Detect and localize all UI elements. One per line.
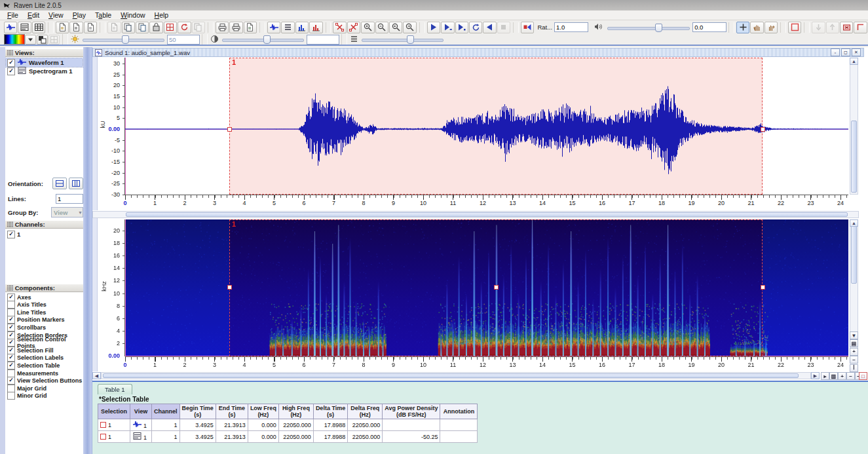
page-setup-button[interactable] [244, 22, 257, 33]
checkbox[interactable] [7, 392, 15, 400]
view-selection-button-strip[interactable] [92, 57, 98, 210]
channel-item-1[interactable]: ✓1 [6, 230, 83, 238]
checkbox[interactable] [7, 369, 15, 377]
print-preview-button[interactable] [229, 22, 242, 33]
views-panel-header[interactable]: ⣿⣿Views: [5, 48, 83, 57]
scroll-right-button[interactable]: ▶ [811, 372, 820, 379]
checkbox[interactable]: ✓ [7, 67, 15, 75]
contrast-slider[interactable] [222, 35, 304, 44]
column-header-channel[interactable]: Channel [152, 404, 180, 419]
checkbox[interactable]: ✓ [7, 354, 15, 362]
scrollbar-thumb[interactable] [126, 212, 848, 217]
rate-input[interactable] [554, 22, 588, 32]
pointer-tool-button[interactable] [736, 22, 749, 33]
menu-window[interactable]: Window [116, 10, 149, 20]
view-item-spectrogram-1[interactable]: ✓Spectrogram 1 [6, 67, 83, 75]
component-item-minor-grid[interactable]: Minor Grid [6, 392, 83, 400]
play-button[interactable] [427, 22, 440, 33]
next-selection-button[interactable] [826, 22, 839, 33]
menu-file[interactable]: File [3, 10, 23, 20]
group-by-select[interactable]: View▼ [51, 207, 83, 218]
vertical-colormap-button[interactable]: ▤ [850, 339, 858, 347]
column-header-annotation[interactable]: Annotation [440, 404, 478, 419]
checkbox[interactable] [7, 301, 15, 309]
brightness-input[interactable] [167, 35, 200, 45]
zoom-out-time-button[interactable] [375, 22, 388, 33]
selection-handle-right[interactable] [761, 285, 765, 290]
spectrogram-view-button[interactable] [295, 22, 309, 33]
column-header-delta-time[interactable]: Delta Time(s) [313, 404, 347, 419]
title-bar[interactable]: Raven Lite 2.0.5 [0, 0, 868, 10]
selection-handle-center[interactable] [494, 285, 499, 290]
scroll-down-button[interactable]: ▼ [850, 331, 858, 339]
component-item-axis-titles[interactable]: Axis Titles [6, 301, 83, 309]
grab-tool-button[interactable] [750, 22, 763, 33]
export-selection-button[interactable] [164, 22, 177, 33]
zoom-in-time-button[interactable] [361, 22, 374, 33]
close-window-button[interactable]: ✕ [852, 48, 861, 56]
open-sound-button[interactable] [56, 22, 69, 33]
loop-play-button[interactable] [469, 22, 482, 33]
contrast-input[interactable] [307, 35, 339, 45]
play-annotation-button[interactable] [521, 22, 534, 33]
pan-tool-button[interactable] [764, 22, 778, 33]
waveform-view-button[interactable] [267, 22, 280, 33]
table-row[interactable]: 1113.492521.39130.00022050.00017.8988220… [98, 419, 478, 431]
zoom-to-all-button[interactable] [347, 22, 360, 33]
tab-table-1[interactable]: Table 1 [98, 384, 132, 394]
play-selection-button[interactable] [455, 22, 468, 33]
component-item-selection-fill[interactable]: ✓Selection Fill [6, 347, 83, 354]
column-header-high-freq[interactable]: High Freq(Hz) [278, 404, 313, 419]
reset-colormap-button[interactable] [48, 35, 60, 45]
column-header-selection[interactable]: Selection [98, 404, 130, 419]
menu-table[interactable]: Table [90, 10, 116, 20]
component-item-view-selection-buttons[interactable]: ✓View Selection Buttons [6, 377, 83, 385]
orientation-columns-button[interactable] [69, 178, 83, 189]
component-item-line-titles[interactable]: Line Titles [6, 309, 83, 316]
clear-selection-button[interactable] [854, 22, 867, 33]
selection-handle-left[interactable] [227, 285, 232, 290]
column-header-low-freq[interactable]: Low Freq(Hz) [248, 404, 278, 419]
component-item-scrollbars[interactable]: ✓Scrollbars [6, 324, 83, 331]
zoom-to-selection-button[interactable] [333, 22, 346, 33]
checkbox[interactable]: ✓ [7, 362, 15, 369]
checkbox[interactable]: ✓ [7, 59, 15, 67]
menu-edit[interactable]: Edit [23, 10, 44, 20]
zoom-in-freq-button[interactable] [389, 22, 402, 33]
position-marker-vertical[interactable] [125, 219, 126, 356]
colormap-swatch[interactable] [4, 34, 25, 45]
print-button[interactable] [216, 22, 229, 33]
selection-corner-button[interactable]: □ [859, 372, 867, 380]
column-header-end-time[interactable]: End Time(s) [216, 404, 248, 419]
orientation-rows-button[interactable] [52, 178, 67, 189]
column-header-view[interactable]: View [130, 404, 152, 419]
previous-selection-button[interactable] [812, 22, 825, 33]
restore-window-button[interactable]: ◻ [841, 48, 850, 56]
volume-input[interactable] [692, 22, 726, 32]
table-row[interactable]: 1113.492521.39130.00022050.00017.8988220… [98, 431, 478, 443]
zoom-in-horizontal-button[interactable]: + [838, 372, 846, 380]
component-item-measurements[interactable]: Measurements [6, 369, 83, 377]
checkbox[interactable]: ✓ [7, 316, 15, 324]
play-page-button[interactable] [441, 22, 454, 33]
waveform-vertical-scrollbar[interactable] [850, 58, 858, 195]
zoom-in-vertical-button[interactable]: + [850, 348, 858, 356]
menu-help[interactable]: Help [150, 10, 174, 20]
smoothing-slider[interactable] [362, 35, 443, 44]
new-table-window-button[interactable] [32, 22, 45, 33]
redo-button[interactable] [192, 22, 205, 33]
component-item-selection-table[interactable]: ✓Selection Table [6, 362, 83, 369]
sidebar-splitter[interactable] [83, 47, 92, 454]
checkbox[interactable]: ✓ [7, 347, 15, 354]
undo-button[interactable] [107, 22, 121, 33]
minimize-window-button[interactable]: ▫ [831, 48, 840, 56]
delete-selection-button[interactable] [840, 22, 853, 33]
save-sound-as-button[interactable] [84, 22, 97, 33]
zoom-play-button[interactable]: ▸ [821, 372, 829, 380]
sync-button[interactable] [178, 22, 191, 33]
selection-table[interactable]: SelectionViewChannelBegin Time(s)End Tim… [98, 404, 478, 443]
zoom-fit-vertical-button[interactable]: Ⅰ [850, 364, 858, 372]
view-selection-button-strip[interactable] [92, 218, 98, 371]
save-sound-button[interactable] [69, 22, 83, 33]
selection-handle-right[interactable] [761, 127, 765, 132]
